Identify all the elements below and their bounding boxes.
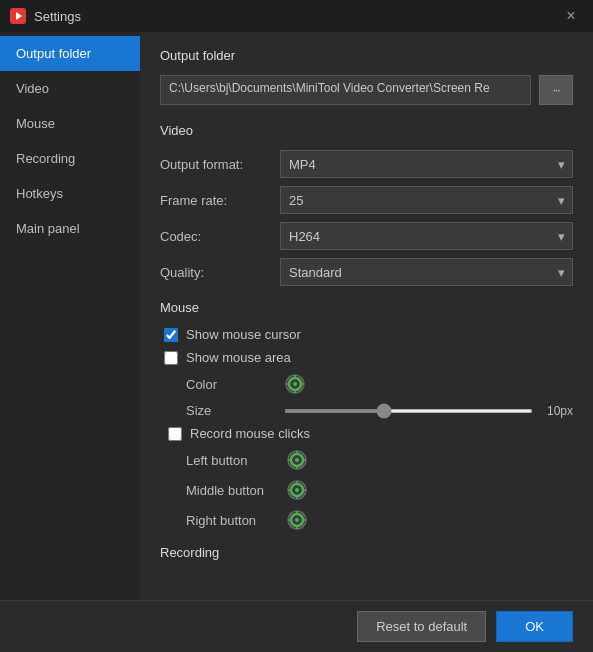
record-clicks-checkbox[interactable] xyxy=(168,427,182,441)
color-label: Color xyxy=(164,377,284,392)
right-button-row: Right button xyxy=(164,509,573,531)
sidebar: Output folder Video Mouse Recording Hotk… xyxy=(0,32,140,652)
codec-label: Codec: xyxy=(160,229,280,244)
show-area-checkbox[interactable] xyxy=(164,351,178,365)
title-bar-left: Settings xyxy=(10,8,81,24)
recording-section-title: Recording xyxy=(160,545,219,560)
sidebar-item-main-panel[interactable]: Main panel xyxy=(0,211,140,246)
size-label: Size xyxy=(164,403,284,418)
output-format-row: Output format: MP4 AVI MKV MOV xyxy=(160,150,573,178)
frame-rate-select-wrapper: 15 20 25 30 60 xyxy=(280,186,573,214)
sidebar-item-recording[interactable]: Recording xyxy=(0,141,140,176)
middle-button-label: Middle button xyxy=(186,483,286,498)
middle-button-row: Middle button xyxy=(164,479,573,501)
ok-button[interactable]: OK xyxy=(496,611,573,642)
svg-point-11 xyxy=(295,458,299,462)
quality-label: Quality: xyxy=(160,265,280,280)
left-button-label: Left button xyxy=(186,453,286,468)
codec-select[interactable]: H264 H265 VP9 xyxy=(280,222,573,250)
frame-rate-label: Frame rate: xyxy=(160,193,280,208)
frame-rate-select[interactable]: 15 20 25 30 60 xyxy=(280,186,573,214)
reset-button[interactable]: Reset to default xyxy=(357,611,486,642)
folder-row: C:\Users\bj\Documents\MiniTool Video Con… xyxy=(160,75,573,105)
video-section: Video Output format: MP4 AVI MKV MOV Fra… xyxy=(160,123,573,286)
quality-select-wrapper: Low Standard High Lossless xyxy=(280,258,573,286)
show-cursor-row: Show mouse cursor xyxy=(160,327,573,342)
show-area-label: Show mouse area xyxy=(186,350,291,365)
codec-select-wrapper: H264 H265 VP9 xyxy=(280,222,573,250)
main-layout: Output folder Video Mouse Recording Hotk… xyxy=(0,32,593,652)
show-cursor-checkbox[interactable] xyxy=(164,328,178,342)
right-button-color-icon[interactable] xyxy=(286,509,308,531)
size-row: Size 10px xyxy=(160,403,573,418)
sidebar-item-mouse[interactable]: Mouse xyxy=(0,106,140,141)
sidebar-item-hotkeys[interactable]: Hotkeys xyxy=(0,176,140,211)
middle-button-color-icon[interactable] xyxy=(286,479,308,501)
mouse-section: Mouse Show mouse cursor Show mouse area … xyxy=(160,300,573,560)
mouse-section-title: Mouse xyxy=(160,300,573,315)
content-area: Output folder C:\Users\bj\Documents\Mini… xyxy=(140,32,593,652)
svg-point-25 xyxy=(295,518,299,522)
output-format-label: Output format: xyxy=(160,157,280,172)
record-clicks-row: Record mouse clicks xyxy=(164,426,573,441)
quality-row: Quality: Low Standard High Lossless xyxy=(160,258,573,286)
show-cursor-label: Show mouse cursor xyxy=(186,327,301,342)
close-button[interactable]: × xyxy=(559,4,583,28)
output-format-select[interactable]: MP4 AVI MKV MOV xyxy=(280,150,573,178)
left-button-row: Left button xyxy=(164,449,573,471)
folder-path-display: C:\Users\bj\Documents\MiniTool Video Con… xyxy=(160,75,531,105)
svg-point-18 xyxy=(295,488,299,492)
record-clicks-section: Record mouse clicks Left button xyxy=(160,426,573,531)
video-section-title: Video xyxy=(160,123,573,138)
size-slider-wrapper xyxy=(284,409,533,413)
output-format-select-wrapper: MP4 AVI MKV MOV xyxy=(280,150,573,178)
right-button-label: Right button xyxy=(186,513,286,528)
codec-row: Codec: H264 H265 VP9 xyxy=(160,222,573,250)
quality-select[interactable]: Low Standard High Lossless xyxy=(280,258,573,286)
svg-point-4 xyxy=(293,382,297,386)
output-folder-title: Output folder xyxy=(160,48,573,63)
title-bar: Settings × xyxy=(0,0,593,32)
size-value-display: 10px xyxy=(543,404,573,418)
sidebar-item-output-folder[interactable]: Output folder xyxy=(0,36,140,71)
output-folder-section: Output folder C:\Users\bj\Documents\Mini… xyxy=(160,48,573,105)
frame-rate-row: Frame rate: 15 20 25 30 60 xyxy=(160,186,573,214)
color-row: Color xyxy=(160,373,573,395)
browse-icon: ··· xyxy=(552,83,559,97)
color-picker-icon[interactable] xyxy=(284,373,306,395)
folder-browse-button[interactable]: ··· xyxy=(539,75,573,105)
record-clicks-label: Record mouse clicks xyxy=(190,426,310,441)
window-title: Settings xyxy=(34,9,81,24)
footer: Reset to default OK xyxy=(0,600,593,652)
size-slider[interactable] xyxy=(284,409,533,413)
app-icon xyxy=(10,8,26,24)
show-area-row: Show mouse area xyxy=(160,350,573,365)
left-button-color-icon[interactable] xyxy=(286,449,308,471)
sidebar-item-video[interactable]: Video xyxy=(0,71,140,106)
